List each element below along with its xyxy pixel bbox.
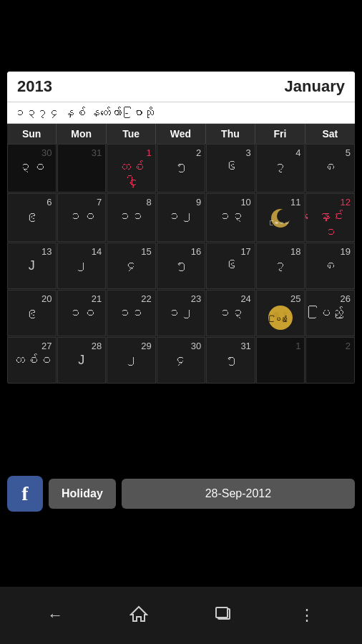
table-row[interactable]: 31 ၅ (206, 337, 255, 384)
table-row[interactable]: 23 ၁၂ (157, 290, 206, 336)
table-row[interactable]: 1 (256, 337, 305, 384)
table-row[interactable]: 18 ၇ (256, 243, 305, 289)
back-button[interactable]: ← (47, 606, 63, 625)
table-row[interactable]: 7 ၁ဝ (57, 193, 107, 242)
calendar-grid: 30 ၃ဝ 31 1 တစ်ငှါ 2 ၅ 3 ၆ 4 ၇ 5 ၈ 6 (7, 144, 355, 384)
table-row[interactable]: 25 ပြည့် (256, 290, 305, 336)
day-header-sun: Sun (7, 124, 57, 144)
table-row[interactable]: 2 (305, 337, 355, 384)
table-row[interactable]: 5 ၈ (305, 144, 355, 192)
home-button[interactable] (129, 605, 148, 625)
year-label: 2013 (17, 77, 52, 96)
table-row[interactable]: 30 ၃ဝ (7, 144, 57, 192)
table-row[interactable]: 17 ၆ (206, 243, 255, 289)
table-row[interactable]: 28 J (57, 337, 107, 384)
table-row[interactable]: 31 (57, 144, 107, 192)
month-label: January (285, 77, 345, 96)
day-header-wed: Wed (156, 124, 205, 144)
svg-marker-8 (131, 607, 147, 621)
table-row[interactable]: 13 J (7, 243, 57, 289)
holiday-button[interactable]: Holiday (49, 479, 116, 509)
table-row[interactable]: 24 ၁၃ (206, 290, 255, 336)
day-header-mon: Mon (57, 124, 106, 144)
table-row[interactable]: 15 ၄ (107, 243, 156, 289)
table-row[interactable]: 1 တစ်ငှါ (107, 144, 156, 192)
table-row[interactable]: 6 ၉ (7, 193, 57, 242)
facebook-icon: f (21, 482, 28, 505)
day-header-thu: Thu (206, 124, 255, 144)
day-header-sat: Sat (305, 124, 355, 144)
calendar-header: 2013 January (7, 72, 355, 102)
day-header-fri: Fri (255, 124, 305, 144)
day-header-tue: Tue (107, 124, 156, 144)
table-row[interactable]: 10 ၁၃ (206, 193, 255, 242)
calendar-widget: 2013 January ၁၃၇၄ နှစ် နတ်တော် - ပြာသို … (7, 72, 355, 384)
date-display: 28-Sep-2012 (122, 479, 355, 509)
table-row[interactable]: 11 ကြာသပ (256, 193, 305, 242)
table-row[interactable]: 27 တစ်ဝ (7, 337, 57, 384)
svg-point-6 (283, 312, 287, 316)
myanmar-subtitle: ၁၃၇၄ နှစ် နတ်တော် - ပြာသို (7, 102, 355, 124)
table-row[interactable]: 4 ၇ (256, 144, 305, 192)
svg-rect-10 (216, 608, 228, 618)
table-row[interactable]: 16 ၅ (157, 243, 206, 289)
table-row[interactable]: 26 ပြည့် (305, 290, 355, 336)
more-button[interactable]: ⋮ (299, 606, 315, 625)
table-row[interactable]: 14 ၂ (57, 243, 107, 289)
table-row[interactable]: 30 ၄ (157, 337, 206, 384)
bottom-toolbar: f Holiday 28-Sep-2012 (7, 476, 355, 512)
table-row[interactable]: 29 ၂ (107, 337, 156, 384)
table-row[interactable]: 21 ၁ဝ (57, 290, 107, 336)
navigation-bar: ← ⋮ (0, 587, 362, 644)
table-row[interactable]: 22 ၁၁ (107, 290, 156, 336)
table-row[interactable]: 3 ၆ (206, 144, 255, 192)
day-headers-row: Sun Mon Tue Wed Thu Fri Sat (7, 124, 355, 144)
table-row[interactable]: 19 ၈ (305, 243, 355, 289)
table-row[interactable]: 20 ၉ (7, 290, 57, 336)
table-row[interactable]: 2 ၅ (157, 144, 206, 192)
table-row[interactable]: 12 နှောင်း ၁ (305, 193, 355, 242)
table-row[interactable]: 9 ၁၂ (157, 193, 206, 242)
facebook-button[interactable]: f (7, 476, 43, 512)
table-row[interactable]: 8 ၁၁ (107, 193, 156, 242)
recents-button[interactable] (214, 605, 233, 625)
